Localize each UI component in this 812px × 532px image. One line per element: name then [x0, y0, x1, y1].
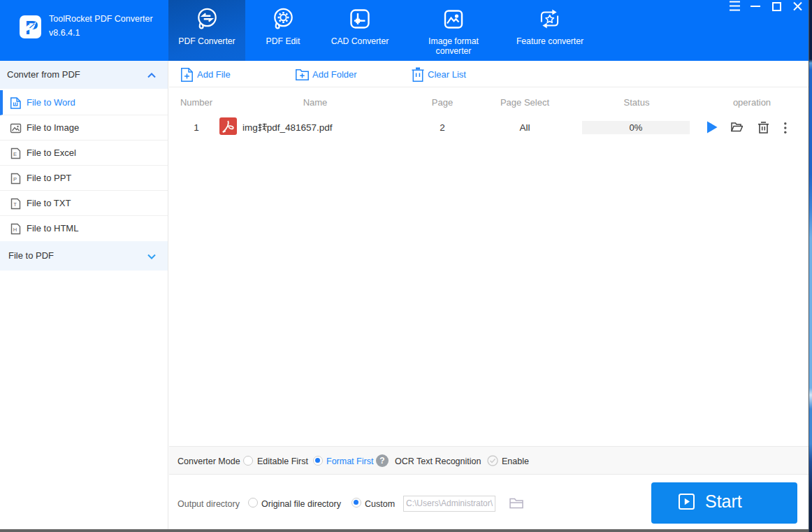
svg-text:E: E	[13, 151, 17, 157]
svg-text:T: T	[13, 201, 17, 208]
svg-text:P: P	[13, 176, 17, 182]
svg-text:H: H	[13, 227, 17, 233]
